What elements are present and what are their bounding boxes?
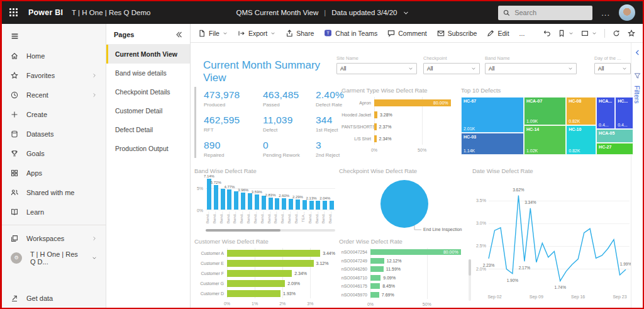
checkpoint-defect-rate-panel[interactable]: Checkpoint Wise Defect Rate End Line Ins… [339, 167, 470, 234]
data-bar[interactable] [328, 177, 335, 210]
data-bar[interactable] [374, 111, 377, 118]
favorite-star-button[interactable] [628, 30, 635, 37]
data-bar[interactable]: 4.77% [226, 177, 233, 210]
sidebar-item-goals[interactable]: Goals [2, 143, 106, 163]
data-updated-label[interactable]: Data updated 3/4/20 [331, 9, 397, 16]
treemap-cell-HCA07[interactable]: HCA-07 1.09K [524, 97, 566, 125]
actionbar-share-button[interactable]: Share [286, 30, 314, 37]
data-bar[interactable] [227, 260, 314, 267]
page-tab-defect-detail[interactable]: Defect Detail [106, 120, 190, 139]
data-bar[interactable]: 3.96% [240, 177, 247, 210]
collapse-pages-icon[interactable] [175, 31, 182, 38]
treemap-cell-HC08[interactable]: HC-08 0.82K [566, 97, 596, 125]
actionbar-export-button[interactable]: Export [238, 30, 275, 37]
page-tab-production-output[interactable]: Production Output [106, 139, 190, 158]
pie-slice[interactable] [380, 180, 428, 228]
sidebar-item-datasets[interactable]: Datasets [2, 124, 106, 143]
data-bar[interactable]: 2.13% [308, 177, 315, 210]
line-chart[interactable]: 3.5%3.0%2.5%2.0%Sep 02Sep 09Sep 16Sep 23… [472, 177, 631, 301]
data-bar[interactable] [233, 177, 240, 210]
data-bar[interactable]: 80.00% [370, 249, 461, 255]
sidebar-item-recent[interactable]: Recent [2, 85, 106, 104]
data-bar[interactable] [227, 270, 292, 277]
refresh-button[interactable] [613, 30, 620, 37]
data-bar[interactable] [315, 177, 322, 210]
data-bar[interactable]: 2.83% [267, 177, 274, 210]
filters-pane-label[interactable]: Filters [633, 86, 641, 104]
search-box[interactable] [498, 6, 592, 20]
expand-filters-chevron-icon[interactable] [634, 49, 641, 56]
page-tab-current-month-view[interactable]: Current Month View [106, 45, 190, 64]
kpi-summary-card[interactable]: 473,978 Produced 463,485 Passed 2.40% De… [194, 87, 339, 160]
hamburger-menu-button[interactable] [2, 26, 106, 46]
powerbi-logo-text[interactable]: Power BI [28, 8, 63, 17]
data-bar[interactable]: 2.60% [280, 177, 287, 210]
data-bar[interactable]: 3.59% [253, 177, 260, 210]
actionbar-overflow-menu[interactable]: ... [519, 30, 525, 37]
data-bar[interactable] [227, 280, 285, 287]
data-bar[interactable] [227, 250, 320, 257]
sidebar-item-favorites[interactable]: Favorites [2, 65, 106, 85]
app-launcher-waffle-icon[interactable] [9, 8, 18, 17]
data-bar[interactable] [219, 177, 226, 210]
reset-view-button[interactable] [543, 30, 550, 37]
chart-scrollbar[interactable] [206, 229, 335, 232]
sidebar-item-learn[interactable]: Learn [2, 202, 106, 222]
date-defect-rate-panel[interactable]: Date Wise Defect Rate 3.5%3.0%2.5%2.0%Se… [472, 167, 633, 303]
actionbar-edit-button[interactable]: Edit [487, 30, 509, 37]
report-name[interactable]: QMS Current Month View [236, 9, 318, 16]
actionbar-comment-button[interactable]: Comment [387, 30, 427, 37]
treemap-cell-HC27[interactable]: HC-27 [596, 143, 633, 155]
chart-scrollbar[interactable] [469, 259, 471, 301]
bookmarks-button[interactable] [558, 30, 574, 37]
data-bar[interactable] [287, 177, 294, 210]
actionbar-subscribe-button[interactable]: Subscribe [437, 30, 477, 37]
slicer-dropdown[interactable]: All [485, 63, 577, 74]
search-input[interactable] [514, 9, 577, 16]
treemap-cell-HC10[interactable]: HC-10 0.82K [566, 125, 596, 155]
data-bar[interactable] [374, 135, 377, 142]
workspace-breadcrumb[interactable]: T | H One | Res Q Demo [72, 9, 150, 16]
data-bar[interactable] [370, 258, 384, 264]
actionbar-file-button[interactable]: File [198, 30, 228, 37]
treemap-cell-HC03[interactable]: HC-03 1.14K [461, 133, 524, 155]
treemap-cell-HCA[interactable]: HCA... 0.4... [596, 97, 615, 129]
data-bar[interactable]: 2.29% [294, 177, 301, 210]
page-tab-checkpoint-details[interactable]: Checkpoint Details [106, 82, 190, 101]
treemap-cell-HC[interactable]: HC... 0.4... [615, 97, 633, 129]
data-bar[interactable]: 5.72% [213, 177, 219, 210]
actionbar-chat-in-teams-button[interactable]: TChat in Teams [324, 29, 377, 37]
data-bar[interactable] [370, 283, 380, 289]
page-tab-customer-detail[interactable]: Customer Detail [106, 101, 190, 120]
data-bar[interactable] [374, 123, 377, 130]
view-mode-button[interactable] [581, 30, 597, 37]
page-tab-band-wise-details[interactable]: Band wise details [106, 64, 190, 82]
sidebar-item-t-h-one-res-q-d-[interactable]: ⚙T | H One | Res Q D... [2, 248, 106, 267]
get-data-button[interactable]: Get data [2, 288, 106, 308]
garment-defect-rate-panel[interactable]: Garment Type Wise Defect Rate Apron 80.0… [341, 87, 458, 160]
data-bar[interactable] [370, 292, 379, 298]
slicer-dropdown[interactable]: All [594, 63, 631, 74]
sidebar-item-workspaces[interactable]: Workspaces [2, 228, 106, 248]
data-bar[interactable]: 2.04% [321, 177, 328, 210]
filter-funnel-icon[interactable] [634, 72, 641, 79]
slicer-dropdown[interactable]: All [423, 63, 480, 74]
data-bar[interactable] [227, 290, 280, 297]
top-10-defects-panel[interactable]: Top 10 Defects HC-67 2.01K HC-03 1.14K H… [461, 87, 633, 160]
chevron-down-icon[interactable] [403, 10, 409, 16]
treemap-cell-HC14[interactable]: HC-14 1.02K [524, 125, 566, 155]
data-bar[interactable] [301, 177, 308, 210]
topbar-overflow-menu[interactable]: ... [601, 8, 610, 18]
user-avatar[interactable] [619, 4, 635, 21]
band-defect-rate-panel[interactable]: Band Wise Defect Rate 5%0% 7.14% 5.72% 4… [194, 167, 335, 234]
data-bar[interactable] [370, 266, 384, 272]
data-bar[interactable] [370, 275, 380, 281]
treemap-cell-HCA05[interactable]: HCA-05 [596, 129, 633, 143]
sidebar-item-create[interactable]: Create [2, 104, 106, 124]
sidebar-item-home[interactable]: Home [2, 46, 106, 65]
sidebar-item-shared-with-me[interactable]: Shared with me [2, 183, 106, 202]
data-bar[interactable]: 80.00% [374, 99, 451, 106]
order-defect-rate-panel[interactable]: Order Wise Defect Rate nSO0047254 80.00%… [339, 238, 470, 305]
customer-defect-rate-panel[interactable]: Customer Wise Defect Rate Customer A 3.4… [194, 238, 335, 305]
slicer-dropdown[interactable]: All [336, 63, 417, 74]
